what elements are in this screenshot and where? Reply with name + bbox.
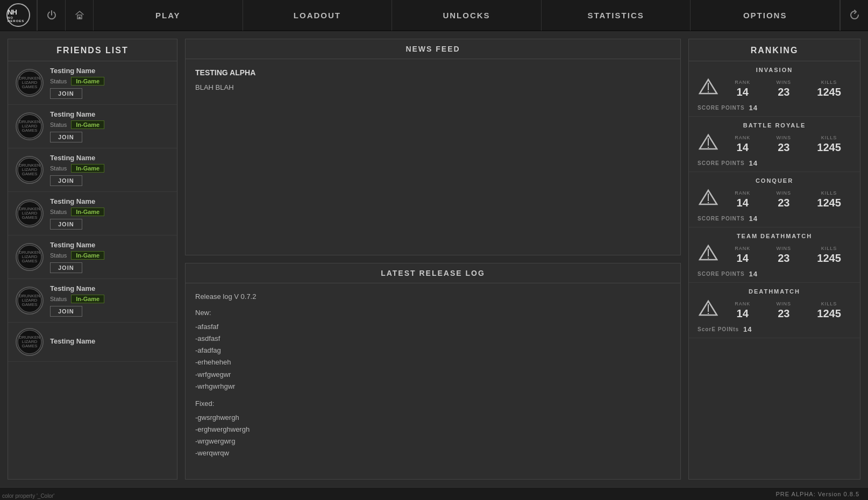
join-button[interactable]: JOIN [50, 88, 82, 99]
friend-info: Testing NameStatusIn-GameJOIN [50, 67, 169, 99]
friend-avatar: DRUNKEN LIZARD GAMES [16, 243, 44, 271]
nav-tabs: PLAY LOADOUT UNLOCKS STATISTICS OPTIONS [94, 0, 840, 31]
friend-status-row: StatusIn-Game [50, 208, 169, 216]
status-value: In-Game [71, 120, 104, 129]
friend-info: Testing Name [50, 337, 169, 347]
rank-mode-title: CONQUER [698, 177, 851, 184]
rank-score-row: SCORE POINTS 14 [698, 104, 851, 112]
home-button[interactable] [66, 0, 94, 31]
svg-text:GAMES: GAMES [22, 215, 38, 220]
rank-content: RANK 14 WINS 23 KILLS 1245 [698, 299, 851, 322]
svg-text:GAMES: GAMES [22, 172, 38, 176]
friend-item: DRUNKEN LIZARD GAMES Testing NameStatusI… [8, 148, 177, 192]
ranking-title: RANKING [689, 39, 860, 61]
join-button[interactable]: JOIN [50, 306, 82, 317]
rank-chevron-icon [698, 77, 719, 101]
friend-item: DRUNKEN LIZARD GAMES Testing NameStatusI… [8, 235, 177, 279]
friend-avatar: DRUNKEN LIZARD GAMES [16, 112, 44, 140]
friend-status-row: StatusIn-Game [50, 120, 169, 129]
tab-unlocks[interactable]: UNLOCKS [392, 0, 542, 31]
rank-section: BATTLE ROYALE RANK 14 WINS [689, 117, 860, 172]
friend-item: DRUNKEN LIZARD GAMES Testing NameStatusI… [8, 61, 177, 105]
rank-score-label: SCORE POINTS [698, 160, 745, 166]
release-fixed-items: -gwsrghwergh-erghwerghwergh-wrgwergwrg-w… [195, 412, 671, 459]
status-label: Status [50, 78, 67, 84]
version-text: PRE ALPHA: Version 0.8.5 [776, 491, 859, 497]
rank-stat-wins: WINS 23 [777, 80, 792, 98]
rank-score-row: SCORE POINTS 14 [698, 159, 851, 167]
topbar: NH NO HEROES PLAY LOADOUT UNLOCKS STATIS… [0, 0, 868, 31]
friend-info: Testing NameStatusIn-GameJOIN [50, 110, 169, 142]
friend-info: Testing NameStatusIn-GameJOIN [50, 154, 169, 186]
release-fixed-item: -wrgwergwrg [195, 435, 671, 447]
friend-avatar: DRUNKEN LIZARD GAMES [16, 287, 44, 315]
ranking-modes: INVASION RANK 14 WINS 23 [689, 61, 860, 338]
rank-content: RANK 14 WINS 23 KILLS 1245 [698, 133, 851, 156]
rank-section: DEATHMATCH RANK 14 WINS [689, 283, 860, 338]
tab-statistics[interactable]: STATISTICS [542, 0, 691, 31]
rank-stat-wins: WINS 23 [777, 135, 792, 154]
rank-score-row: SCORE POINTS 14 [698, 215, 851, 223]
rank-stat-wins: WINS 23 [777, 301, 792, 320]
release-log-title: LATEST RELEASE LOG [186, 263, 680, 283]
friend-avatar: DRUNKEN LIZARD GAMES [16, 156, 44, 184]
tab-loadout[interactable]: LOADOUT [243, 0, 393, 31]
rank-score-label: SCORE POINTS [698, 216, 745, 222]
rank-section: CONQUER RANK 14 WINS 23 [689, 172, 860, 227]
svg-text:GAMES: GAMES [22, 344, 38, 348]
rank-stat-kills: KILLS 1245 [817, 301, 841, 320]
rank-score-value: 14 [743, 325, 752, 333]
news-item-sub: BLAH BLAH [195, 82, 671, 94]
friend-status-row: StatusIn-Game [50, 77, 169, 85]
friend-name: Testing Name [50, 197, 169, 205]
status-label: Status [50, 209, 67, 215]
friend-item: DRUNKEN LIZARD GAMES Testing NameStatusI… [8, 105, 177, 148]
join-button[interactable]: JOIN [50, 219, 82, 230]
power-button[interactable] [38, 0, 66, 31]
friend-name: Testing Name [50, 67, 169, 75]
release-fixed-item: -erghwerghwergh [195, 424, 671, 435]
news-item-title: TESTING ALPHA [195, 67, 671, 80]
rank-chevron-icon [698, 188, 719, 211]
friend-name: Testing Name [50, 284, 169, 292]
rank-score-value: 14 [749, 215, 758, 223]
friend-item: DRUNKEN LIZARD GAMES Testing NameStatusI… [8, 279, 177, 323]
release-fixed-item: -gwsrghwergh [195, 412, 671, 424]
rank-mode-title: INVASION [698, 67, 851, 73]
svg-text:GAMES: GAMES [22, 128, 38, 133]
bottom-bar: PRE ALPHA: Version 0.8.5 [0, 487, 868, 500]
refresh-button[interactable] [840, 0, 868, 31]
news-feed-box: NEWS FEED TESTING ALPHA BLAH BLAH [185, 39, 681, 255]
friends-list: DRUNKEN LIZARD GAMES Testing NameStatusI… [8, 61, 177, 479]
news-feed-body: TESTING ALPHA BLAH BLAH [186, 59, 680, 255]
rank-stats: RANK 14 WINS 23 KILLS 1245 [724, 301, 851, 320]
status-value: In-Game [71, 164, 104, 173]
rank-stat-kills: KILLS 1245 [817, 190, 841, 209]
rank-score-row: SCORE POINTS 14 [698, 270, 851, 278]
rank-stat-kills: KILLS 1245 [817, 135, 841, 154]
rank-score-label: ScorE POINts [698, 326, 739, 332]
ranking-panel: RANKING INVASION RANK 14 [688, 39, 860, 480]
rank-chevron-icon [698, 299, 719, 322]
rank-stats: RANK 14 WINS 23 KILLS 1245 [724, 80, 851, 98]
release-new-item: -asdfasf [195, 333, 671, 345]
friend-item: DRUNKEN LIZARD GAMES Testing NameStatusI… [8, 192, 177, 235]
rank-section: INVASION RANK 14 WINS 23 [689, 61, 860, 117]
rank-stat-rank: RANK 14 [735, 301, 750, 320]
join-button[interactable]: JOIN [50, 262, 82, 273]
friend-status-row: StatusIn-Game [50, 251, 169, 260]
release-new-item: -wrfgwegwr [195, 369, 671, 381]
status-label: Status [50, 165, 67, 172]
join-button[interactable]: JOIN [50, 132, 82, 142]
rank-score-label: SCORE POINTS [698, 105, 745, 111]
debug-line: color property '_Color' [0, 492, 56, 500]
tab-options[interactable]: OPTIONS [691, 0, 840, 31]
rank-content: RANK 14 WINS 23 KILLS 1245 [698, 77, 851, 101]
rank-stat-kills: KILLS 1245 [817, 80, 841, 98]
friend-status-row: StatusIn-Game [50, 295, 169, 303]
join-button[interactable]: JOIN [50, 175, 82, 186]
rank-stats: RANK 14 WINS 23 KILLS 1245 [724, 135, 851, 154]
center-panel: NEWS FEED TESTING ALPHA BLAH BLAH LATEST… [185, 39, 681, 480]
tab-play[interactable]: PLAY [94, 0, 243, 31]
rank-score-label: SCORE POINTS [698, 271, 745, 277]
